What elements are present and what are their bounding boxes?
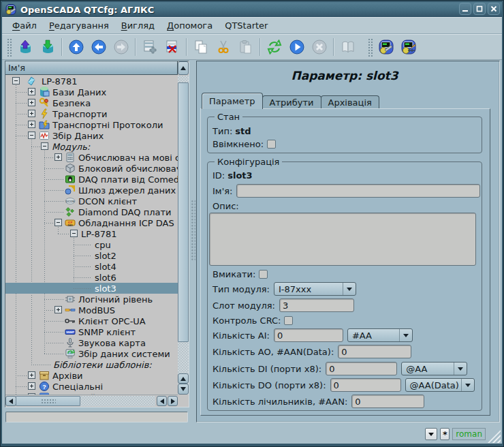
vision-starter-button[interactable] (398, 37, 418, 57)
tab-archiving[interactable]: Архівація (321, 95, 379, 108)
toolbar-handle[interactable] (367, 37, 373, 57)
tree-item-транспорти[interactable]: Транспорти (5, 108, 178, 119)
tree-item-cpu[interactable]: cpu (5, 239, 178, 250)
tree-item-транспортні-протоколи[interactable]: Транспортні Протоколи (5, 119, 178, 130)
collapse-icon[interactable] (70, 230, 78, 237)
chevron-down-icon[interactable] (454, 363, 467, 375)
menu-5-qtstarter[interactable]: QTStarter (219, 19, 274, 32)
qtcfg-starter-button[interactable] (376, 37, 396, 57)
tree-item-збір-даних-системи[interactable]: Збір даних системи (5, 348, 178, 359)
expand-icon[interactable] (28, 99, 35, 106)
tree-item-slot4[interactable]: slot4 (5, 261, 178, 272)
scroll-left-button[interactable] (5, 396, 16, 406)
tree-item-клієнт-opc-ua[interactable]: Клієнт OPC-UA (5, 315, 178, 326)
tree-item-безпека[interactable]: Безпека (5, 97, 178, 108)
tree-item-бібліотеки-шаблонів[interactable]: Бібліотеки шаблонів: (5, 359, 178, 370)
toolbar-handle[interactable] (6, 37, 12, 57)
back-button[interactable] (89, 37, 108, 57)
scroll-right-button[interactable] (168, 396, 178, 406)
status-star-button[interactable]: * (440, 428, 450, 440)
tree-item-спеціальні[interactable]: ?Спеціальні (5, 381, 178, 392)
tree-item-модуль[interactable]: Модуль: (5, 141, 178, 152)
menu-3-вигляд[interactable]: Вигляд (115, 19, 161, 32)
chevron-down-icon[interactable] (343, 283, 356, 295)
do-combobox[interactable]: @AA(Data) (405, 378, 475, 392)
tree-item-звукова-карта[interactable]: Звукова карта (5, 337, 178, 348)
status-dropdown-button[interactable] (425, 428, 437, 440)
tree-item-бази-даних[interactable]: Бази Даних (5, 87, 178, 97)
minimize-button[interactable] (459, 3, 471, 15)
menu-2-редагування[interactable]: Редагування (43, 19, 115, 32)
menu-1-файл[interactable]: Файл (6, 19, 43, 32)
collapse-icon[interactable] (28, 132, 35, 139)
menu-4-допомога[interactable]: Допомога (161, 19, 219, 32)
cut-button[interactable] (213, 37, 233, 57)
tree-item-архіви[interactable]: Архіви (5, 370, 178, 381)
save-to-db-button[interactable] (37, 37, 57, 57)
ai-combobox[interactable]: #AA (347, 328, 413, 342)
tree-item-блоковий-обчислювач[interactable]: Блоковий обчислювач (5, 163, 178, 174)
tab-parameter[interactable]: Параметр (202, 93, 263, 109)
tree-item-lp-8781[interactable]: LP-8781 (5, 76, 178, 87)
name-input[interactable] (236, 184, 480, 198)
do-input[interactable]: 0 (330, 378, 401, 392)
tab-attributes[interactable]: Атрибути (262, 95, 321, 108)
scrollbar-thumb[interactable] (16, 396, 80, 406)
tree-item-slot6[interactable]: slot6 (5, 272, 178, 283)
tree-item-збір-даних[interactable]: Збір Даних (5, 130, 178, 141)
crc_ctrl-checkbox[interactable] (284, 316, 293, 325)
maximize-button[interactable] (473, 3, 486, 15)
tree-item-логічний-рівень[interactable]: Логічний рівень (5, 294, 178, 305)
panel-splitter[interactable] (190, 60, 196, 422)
up-level-button[interactable] (66, 37, 86, 57)
di-input[interactable]: 0 (326, 362, 397, 375)
descr-textarea[interactable] (209, 213, 476, 266)
scroll-down-button[interactable] (178, 384, 189, 395)
collapse-icon[interactable] (41, 142, 48, 150)
scroll-left-button-2[interactable] (157, 396, 167, 406)
tree-item-lp-8781[interactable]: LP-8781 (5, 228, 178, 239)
tree-item-snmp-клієнт[interactable]: SNMPSNMP клієнт (5, 326, 178, 337)
current-user[interactable]: roman (452, 428, 486, 440)
ai-input[interactable]: 0 (274, 328, 343, 342)
tree-item-slot2[interactable]: slot2 (5, 250, 178, 261)
expand-icon[interactable] (28, 371, 35, 379)
expand-icon[interactable] (28, 121, 35, 128)
collapse-icon[interactable] (54, 219, 62, 226)
scrollbar-track[interactable] (17, 396, 155, 406)
tree-item-обладнання-icp-das[interactable]: ICPDASОбладнання ICP DAS (5, 217, 178, 228)
add-item-button[interactable] (140, 37, 159, 57)
mod_type-combobox[interactable]: I-87xxx (274, 282, 356, 296)
tree-item-шлюз-джерел-даних[interactable]: Шлюз джерел даних (5, 185, 178, 196)
resize-grip[interactable] (488, 430, 501, 443)
node-status-field[interactable] (5, 412, 188, 422)
expand-icon[interactable] (28, 382, 35, 390)
scrollbar-thumb[interactable] (178, 82, 189, 342)
chevron-down-icon[interactable] (399, 329, 412, 341)
delete-item-button[interactable] (162, 37, 182, 57)
expand-icon[interactable] (28, 110, 35, 117)
tree-item-diamond-daq-плати[interactable]: Diamond DAQ плати (5, 206, 178, 217)
expand-icon[interactable] (28, 88, 35, 95)
paste-button[interactable] (236, 37, 255, 57)
tree-vertical-scrollbar[interactable] (178, 61, 189, 395)
tree-item-daq-плати-від-comedi[interactable]: DAQ плати від Comedi (5, 174, 178, 185)
enabled-checkbox[interactable] (267, 140, 276, 149)
expand-icon[interactable] (54, 153, 62, 161)
refresh-button[interactable] (264, 37, 284, 57)
cnt-input[interactable]: 0 (351, 395, 424, 408)
mod_slot-input[interactable]: 3 (279, 298, 354, 312)
expand-icon[interactable] (54, 306, 62, 313)
start-button[interactable] (287, 37, 306, 57)
scroll-up-button[interactable] (178, 373, 189, 384)
tree-item-dcon-клієнт[interactable]: DCONDCON клієнт (5, 196, 178, 206)
tree-item-slot3[interactable]: slot3 (5, 283, 178, 294)
copy-button[interactable] (191, 37, 210, 57)
to_enable-checkbox[interactable] (259, 270, 268, 279)
di-combobox[interactable]: @AA (401, 362, 467, 375)
manual-button[interactable] (338, 37, 358, 57)
close-button[interactable] (488, 3, 500, 15)
forward-button[interactable] (111, 37, 131, 57)
titlebar[interactable]: OpenSCADA QTCfg: АГЛКС (2, 2, 502, 17)
stop-button[interactable] (309, 37, 329, 57)
